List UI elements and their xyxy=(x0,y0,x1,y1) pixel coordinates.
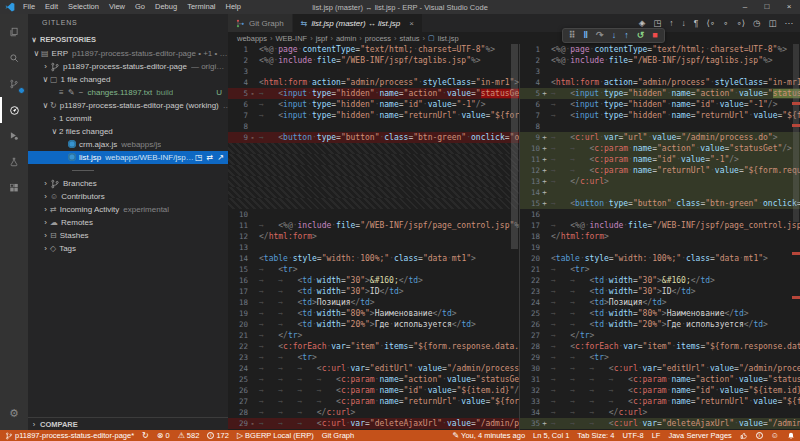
code-line-right-17[interactable]: 17→ <%@·include·file="/WEB-INF/jspf/page… xyxy=(520,220,800,231)
tree-row-list-jsp[interactable]: list.jspwebapps/WEB-INF/jspf/admin/pr…◳⇄… xyxy=(28,151,228,164)
code-line-right-14[interactable]: 14+ xyxy=(520,187,800,198)
code-line-right-32[interactable]: 32→ → → → <c:param·name="id"·value="${it… xyxy=(520,385,800,396)
code-line-left-26[interactable]: 26→ → → → <c:param·name="id"·value="${it… xyxy=(228,385,519,396)
tree-row-incoming-activity[interactable]: ›⇄Incoming Activityexperimental xyxy=(28,203,228,216)
tree-row-contributors[interactable]: ›☺Contributors xyxy=(28,190,228,203)
code-line-left-28[interactable]: 28→ → → </c:url> xyxy=(228,407,519,418)
code-line-left-15[interactable]: 15→ <tr> xyxy=(228,264,519,275)
menu-file[interactable]: File xyxy=(18,0,40,14)
menu-selection[interactable]: Selection xyxy=(63,0,104,14)
code-line-left-13[interactable]: 13 xyxy=(228,242,519,253)
code-line-left-11[interactable]: 11→ <%@·include·file="/WEB-INF/jspf/page… xyxy=(228,220,519,231)
tree-row-1-commit[interactable]: ›1 commit xyxy=(28,112,228,125)
breadcrumb-web-inf[interactable]: WEB-INF xyxy=(276,34,308,43)
code-line-right-31[interactable]: 31→ → → → <c:param·name="action"·value="… xyxy=(520,374,800,385)
code-line-left-24[interactable]: 24→ → → <c:url·var="editUrl"·value="/adm… xyxy=(228,363,519,374)
code-line-right-8[interactable]: 8 xyxy=(520,121,800,132)
activitybar-source-control[interactable] xyxy=(0,71,28,97)
tab-git-graph[interactable]: Git Graph xyxy=(228,14,293,32)
code-line-right-19[interactable]: 19 xyxy=(520,242,800,253)
left-scrollbar[interactable] xyxy=(511,44,518,249)
code-line-left-10[interactable]: 10 xyxy=(228,209,519,220)
code-line-left-12[interactable]: 12</html:form> xyxy=(228,231,519,242)
status-info-circle-icon[interactable]: i xyxy=(756,432,763,439)
status-bgerp-local-erp[interactable]: ▷BGERP Local (ERP) xyxy=(237,431,314,440)
inline-view-b-icon[interactable]: ∘ xyxy=(723,14,728,32)
status-172[interactable]: i172 xyxy=(207,431,229,440)
more-actions-icon[interactable]: ⋯ xyxy=(785,14,794,32)
status-you-4-minutes-ago[interactable]: ✎You, 4 minutes ago xyxy=(452,431,525,440)
tree-row-remotes[interactable]: ›☁Remotes xyxy=(28,216,228,229)
status-ln-5-col-1[interactable]: Ln 5, Col 1 xyxy=(533,431,569,440)
inline-view-c-icon[interactable]: ∘⟩ xyxy=(736,14,745,32)
code-line-right-12[interactable]: 12+→ → <c:param·name="returnUrl"·value="… xyxy=(520,165,800,176)
tab-list-jsp-master-list-jsp[interactable]: ⇆list.jsp (master) ↔ list.jsp× xyxy=(293,14,423,32)
code-line-left-9[interactable]: 9-→ <button·type="button"·class="btn-gre… xyxy=(228,132,519,143)
code-line-left-17[interactable]: 17→ → <td·width="30">ID</td> xyxy=(228,286,519,297)
breadcrumb-admin[interactable]: admin xyxy=(336,34,356,43)
code-line-left-1[interactable]: 1<%@·page·contentType="text/html;·charse… xyxy=(228,44,519,55)
toggle-whitespace-icon[interactable]: ¶ xyxy=(694,14,699,32)
status-lf[interactable]: LF xyxy=(652,431,661,440)
code-line-right-7[interactable]: 7→ <input·type="hidden"·name="returnUrl"… xyxy=(520,110,800,121)
code-line-right-1[interactable]: 1<%@·page·contentType="text/html;·charse… xyxy=(520,44,800,55)
debug-restart-icon[interactable]: ↺ xyxy=(637,30,645,41)
code-line-right-22[interactable]: 22→ → <td·width="30">&#160;</td> xyxy=(520,275,800,286)
code-line-left-27[interactable]: 27→ → → → <c:param·name="returnUrl"·valu… xyxy=(228,396,519,407)
code-line-right-23[interactable]: 23→ → <td·width="30">ID</td> xyxy=(520,286,800,297)
status-tab-size-4[interactable]: Tab Size: 4 xyxy=(577,431,614,440)
debug-step-into-icon[interactable]: ↓ xyxy=(612,30,617,41)
tree-row-crm-ajax-js[interactable]: crm.ajax.jswebapps/js xyxy=(28,138,228,151)
status-git-graph[interactable]: Git Graph xyxy=(322,431,355,440)
code-line-right-34[interactable]: 34→ → → </c:url> xyxy=(520,407,800,418)
code-line-right-20[interactable]: 20<table·style="width:·100%;"·class="dat… xyxy=(520,253,800,264)
status-582[interactable]: ⚠582 xyxy=(178,431,200,440)
code-line-left-25[interactable]: 25→ → → → <c:param·name="action"·value="… xyxy=(228,374,519,385)
timeline-icon[interactable]: ◷ xyxy=(753,14,760,32)
code-line-right-6[interactable]: 6→ <input·type="hidden"·name="id"·value=… xyxy=(520,99,800,110)
activitybar-run-and-debug[interactable] xyxy=(0,123,28,149)
debug-pause-icon[interactable]: ‖ xyxy=(584,30,588,41)
maximize-button[interactable]: □ xyxy=(756,0,778,14)
code-line-right-26[interactable]: 26→ → <td·width="20%">Где·используется</… xyxy=(520,319,800,330)
status-p11897-process-status-editor-page[interactable]: p11897-process-status-editor-page* xyxy=(5,431,134,440)
code-line-right-16[interactable]: 16 xyxy=(520,209,800,220)
code-line-left-16[interactable]: 16→ → <td·width="30">&#160;</td> xyxy=(228,275,519,286)
activitybar-explorer[interactable] xyxy=(0,19,28,45)
menu-go[interactable]: Go xyxy=(130,0,150,14)
code-line-right-10[interactable]: 10+→ → <c:param·name="action"·value="sta… xyxy=(520,143,800,154)
debug-step-over-icon[interactable]: ↷ xyxy=(596,30,604,41)
menu-edit[interactable]: Edit xyxy=(40,0,63,14)
tree-row-1-file-changed[interactable]: ∨▢1 file changed xyxy=(28,73,228,86)
code-line-left-4[interactable]: 4<html:form·action="admin/process"·style… xyxy=(228,77,519,88)
code-line-right-3[interactable]: 3 xyxy=(520,66,800,77)
code-line-right-15[interactable]: 15+→ <button·type="button"·class="btn-gr… xyxy=(520,198,800,209)
status-java-server-pages[interactable]: Java Server Pages xyxy=(668,431,731,440)
code-line-left-8[interactable]: 8 xyxy=(228,121,519,132)
previous-change-icon[interactable]: ↑ xyxy=(669,14,673,32)
minimize-button[interactable]: – xyxy=(734,0,756,14)
code-line-right-24[interactable]: 24→ → <td>Позиция</td> xyxy=(520,297,800,308)
code-line-right-25[interactable]: 25→ → <td·width="80%">Наименование</td> xyxy=(520,308,800,319)
code-line-right-30[interactable]: 30→ → → <c:url·var="editUrl"·value="/adm… xyxy=(520,363,800,374)
tree-row-branches[interactable]: ›Branches xyxy=(28,177,228,190)
debug-stop-icon[interactable]: ■ xyxy=(652,30,657,41)
code-line-left-5[interactable]: 5-→ <input·type="hidden"·name="action"·v… xyxy=(228,88,519,99)
breadcrumb-file[interactable]: list.jsp xyxy=(438,34,459,43)
code-line-right-13[interactable]: 13+→ </c:url> xyxy=(520,176,800,187)
debug-drag-handle-icon[interactable]: ⠿ xyxy=(569,30,576,41)
activitybar-testing[interactable] xyxy=(0,149,28,175)
tree-row-erp[interactable]: ∨▤ERPp11897-process-status-editor-page •… xyxy=(28,47,228,60)
activitybar-extensions[interactable] xyxy=(0,175,28,201)
close-button[interactable]: × xyxy=(778,0,800,14)
code-line-left-7[interactable]: 7→ <input·type="hidden"·name="returnUrl"… xyxy=(228,110,519,121)
status-utf-8[interactable]: UTF-8 xyxy=(622,431,643,440)
code-line-left-14[interactable]: 14<table·style="width:·100%;"·class="dat… xyxy=(228,253,519,264)
code-line-right-5[interactable]: 5+→ <input·type="hidden"·name="action"·v… xyxy=(520,88,800,99)
code-line-right-21[interactable]: 21→ <tr> xyxy=(520,264,800,275)
code-line-left-21[interactable]: 21→ </tr> xyxy=(228,330,519,341)
activitybar-search[interactable] xyxy=(0,45,28,71)
menu-help[interactable]: Help xyxy=(220,0,245,14)
breadcrumb-status[interactable]: status xyxy=(400,34,420,43)
section-compare[interactable]: › COMPARE xyxy=(28,417,228,430)
